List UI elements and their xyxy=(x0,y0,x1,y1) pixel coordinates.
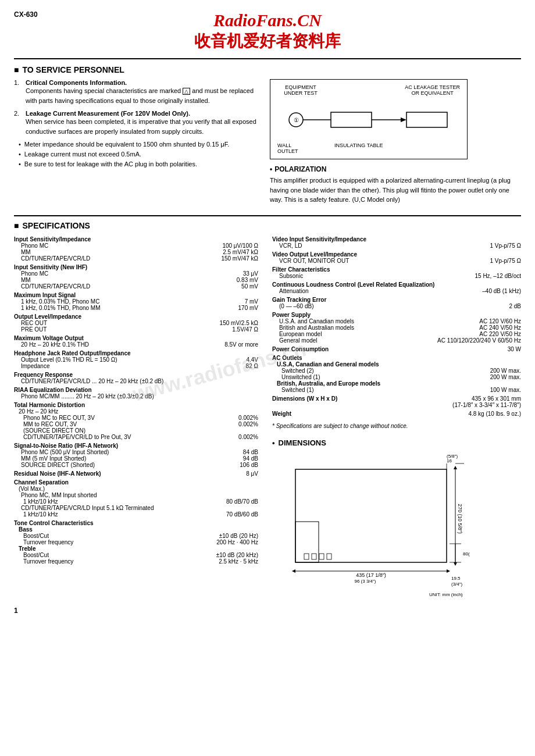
spec-group-input-sensitivity: Input Sensitivity/Impedance Phono MC100 … xyxy=(14,236,258,262)
svg-marker-14 xyxy=(292,569,295,573)
svg-rect-8 xyxy=(295,522,319,562)
spec-group-tone-control: Tone Control Characteristics Bass Boost/… xyxy=(14,520,258,565)
svg-rect-3 xyxy=(331,112,372,127)
svg-marker-18 xyxy=(454,466,457,469)
svg-text:①: ① xyxy=(294,117,299,123)
spec-note: * Specifications are subject to change w… xyxy=(272,423,521,429)
spec-row-treble-turnover: Turnover frequency2.5 kHz · 5 kHz xyxy=(14,558,258,565)
specs-right-column: Video Input Sensitivity/Impedance VCR, L… xyxy=(272,236,521,603)
bullet-2: • Leakage current must not exceed 0.5mA. xyxy=(14,151,258,158)
spec-group-title-ac-outlets: AC Outlets xyxy=(272,355,521,361)
spec-row-bass-turnover: Turnover frequency200 Hz · 400 Hz xyxy=(14,539,258,545)
spec-group-title-video-input: Video Input Sensitivity/Impedance xyxy=(272,236,521,243)
spec-row-dimensions: Dimensions (W x H x D)435 x 96 x 301 mm xyxy=(272,395,521,402)
svg-rect-7 xyxy=(295,469,447,562)
spec-row-vcr-ld: VCR, LD1 Vp-p/75 Ω xyxy=(272,243,521,249)
spec-row-cd-pre: CD/TUNER/TAPE/VCR/LD to Pre Out, 3V0.002… xyxy=(14,434,258,440)
bullet-3-text: Be sure to test for leakage with the AC … xyxy=(24,161,197,167)
spec-row-mm-snr: MM (5 mV Input Shorted)94 dB xyxy=(14,455,258,462)
spec-row-hp-impedance: Impedance82 Ω xyxy=(14,363,258,369)
spec-row-cd-tuner: CD/TUNER/TAPE/VCR/LD150 mV/47 kΩ xyxy=(14,255,258,262)
spec-row-1khz-mc: 1 kHz, 0.03% THD, Phono MC7 mV xyxy=(14,298,258,305)
spec-row-hp-output: Output Level (0.1% THD RL = 150 Ω)4.4V xyxy=(14,356,258,363)
spec-group-title-tone: Tone Control Characteristics xyxy=(14,520,258,526)
spec-group-weight: Weight4.8 kg (10 lbs. 9 oz.) xyxy=(272,411,521,417)
svg-rect-12 xyxy=(327,554,331,559)
spec-group-title: Input Sensitivity/Impedance xyxy=(14,236,258,243)
spec-group-residual-noise: Residual Noise (IHF-A Network)8 μV xyxy=(14,470,258,477)
spec-row-switched-2: Switched (2)200 W max. xyxy=(272,368,521,374)
svg-text:(3/4″): (3/4″) xyxy=(451,582,463,587)
spec-row-riaa: Phono MC/MM ........ 20 Hz – 20 kHz (±0.… xyxy=(14,393,258,400)
spec-row-pre-out: PRE OUT1.5V/47 Ω xyxy=(14,326,258,333)
spec-group-dimensions: Dimensions (W x H x D)435 x 96 x 301 mm … xyxy=(272,395,521,408)
svg-text:16: 16 xyxy=(447,458,452,463)
polarization-text: This amplifier product is equipped with … xyxy=(270,176,521,205)
svg-marker-19 xyxy=(454,562,457,566)
spec-row-treble-boost: Boost/Cut±10 dB (20 kHz) xyxy=(14,552,258,558)
circuit-diagram: EQUIPMENTUNDER TEST AC LEAKAGE TESTEROR … xyxy=(270,79,468,159)
spec-group-title-headphone: Headphone Jack Rated Output/Impedance xyxy=(14,350,258,356)
spec-group-thd: Total Harmonic Distortion 20 Hz – 20 kHz… xyxy=(14,402,258,440)
bullet-icon-3: • xyxy=(19,161,21,167)
spec-group-title-thd: Total Harmonic Distortion xyxy=(14,402,258,408)
spec-group-title-power-supply: Power Supply xyxy=(272,312,521,318)
spec-row-subsonic: Subsonic15 Hz, –12 dB/oct xyxy=(272,273,521,279)
svg-rect-9 xyxy=(304,554,309,559)
dimensions-diagram: 435 (17 1/8″) 270 (10 5/8″) 19.5 (3/4″) xyxy=(272,452,521,603)
spec-group-max-input: Maximum Input Signal 1 kHz, 0.03% THD, P… xyxy=(14,292,258,311)
spec-row-gain-tracking: (0 — –60 dB)2 dB xyxy=(272,303,521,309)
service-item-2: 2. Leakage Current Measurement (For 120V… xyxy=(14,110,258,136)
spec-row-unswitched-1: Unswitched (1)200 W max. xyxy=(272,374,521,380)
spec-group-headphone: Headphone Jack Rated Output/Impedance Ou… xyxy=(14,350,258,369)
spec-row-mm: MM2.5 mV/47 kΩ xyxy=(14,249,258,255)
spec-row-vcr-out: VCR OUT, MONITOR OUT1 Vp-p/75 Ω xyxy=(272,258,521,264)
spec-subgroup-usa-general: U.S.A, Canadian and General models xyxy=(272,361,521,368)
spec-row-british-aus: British and Australian modelsAC 240 V/50… xyxy=(272,324,521,331)
spec-group-input-ihf: Input Sensitivity (New IHF) Phono MC33 μ… xyxy=(14,264,258,290)
item-1-body: Components having special characteristic… xyxy=(26,87,254,104)
service-left: 1. Critical Components Information. Comp… xyxy=(14,79,258,207)
svg-text:270 (10 5/8″): 270 (10 5/8″) xyxy=(457,504,463,534)
dimensions-section: • DIMENSIONS xyxy=(272,438,521,603)
spec-row-phono-rec: Phono MC to REC OUT, 3V0.002% xyxy=(14,415,258,421)
spec-row-usa-canada: U.S.A. and Canadian modelsAC 120 V/60 Hz xyxy=(272,318,521,324)
page-number: 1 xyxy=(14,607,18,615)
service-section-title: ■ TO SERVICE PERSONNEL xyxy=(14,65,521,74)
spec-subgroup-british: British, Australia, and Europe models xyxy=(272,380,521,387)
spec-group-title-channel: Channel Separation xyxy=(14,479,258,486)
svg-rect-11 xyxy=(319,554,324,559)
spec-row-1khz-mm: 1 kHz, 0.01% THD, Phono MM170 mV xyxy=(14,305,258,311)
spec-row-mm-ihf: MM0.83 mV xyxy=(14,277,258,283)
spec-row-channel-1khz-phono: 1 kHz/10 kHz80 dB/70 dB xyxy=(14,498,258,505)
spec-group-title-snr: Signal-to-Noise Ratio (IHF-A Network) xyxy=(14,443,258,449)
bullet-icon-2: • xyxy=(19,151,21,158)
bullet-3: • Be sure to test for leakage with the A… xyxy=(14,161,258,167)
specifications-title: ■ SPECIFICATIONS xyxy=(14,221,521,230)
spec-row-phono-mc-ihf: Phono MC33 μV xyxy=(14,270,258,277)
spec-row-cd-ihf: CD/TUNER/TAPE/VCR/LD50 mV xyxy=(14,283,258,290)
svg-text:96 (3 3/4″): 96 (3 3/4″) xyxy=(354,579,376,584)
service-right: EQUIPMENTUNDER TEST AC LEAKAGE TESTEROR … xyxy=(270,79,521,207)
spec-square-icon: ■ xyxy=(14,221,19,230)
page-header: RadioFans.CN 收音机爱好者资料库 xyxy=(14,10,521,52)
spec-group-max-voltage: Maximum Voltage Output 20 Hz – 20 kHz 0.… xyxy=(14,335,258,348)
item-2-title: Leakage Current Measurement (For 120V Mo… xyxy=(26,110,190,117)
diagram-ac-tester-label: AC LEAKAGE TESTEROR EQUIVALENT xyxy=(405,84,460,96)
brand-title: RadioFans.CN xyxy=(14,10,521,30)
circuit-svg: ① xyxy=(279,99,459,140)
spec-row-dimensions-inches: (17-1/8″ x 3-3/4″ x 11-7/8″) xyxy=(272,402,521,408)
spec-row-bass-boost: Boost/Cut±10 dB (20 Hz) xyxy=(14,533,258,539)
spec-row-rec-out: REC OUT150 mV/2.5 kΩ xyxy=(14,320,258,326)
black-square-icon: ■ xyxy=(14,65,19,74)
spec-row-attenuation: Attenuation–40 dB (1 kHz) xyxy=(272,288,521,294)
spec-group-title-gain: Gain Tracking Error xyxy=(272,297,521,303)
spec-row-phono-mc: Phono MC100 μV/100 Ω xyxy=(14,243,258,249)
bullet-icon-1: • xyxy=(19,141,21,148)
bullet-1: • Meter impedance should be equivalent t… xyxy=(14,141,258,148)
spec-subgroup-20hz: 20 Hz – 20 kHz xyxy=(14,408,258,415)
svg-marker-15 xyxy=(447,569,450,573)
chinese-subtitle: 收音机爱好者资料库 xyxy=(14,30,521,52)
svg-text:(5/8″): (5/8″) xyxy=(447,454,458,459)
spec-row-source-direct: (SOURCE DIRECT ON) xyxy=(14,427,258,434)
